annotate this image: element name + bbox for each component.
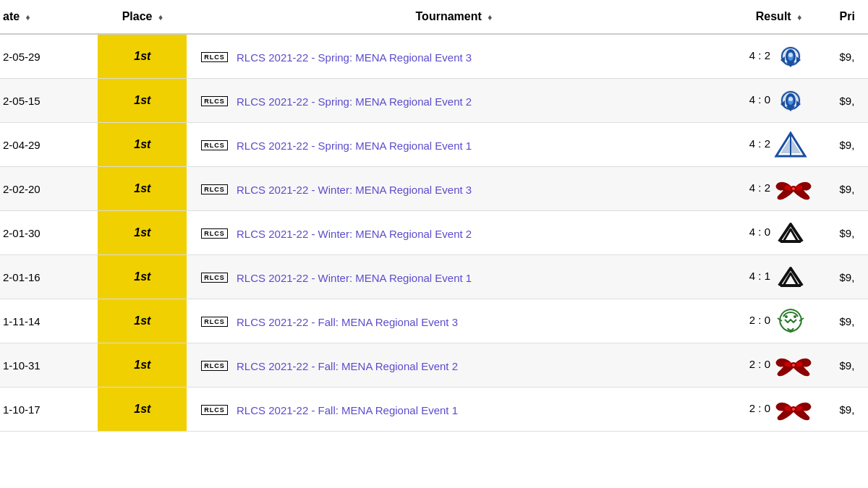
team-logo [773, 351, 808, 380]
place-cell: 1st [98, 343, 187, 388]
result-cell: 4 : 2 [721, 34, 837, 79]
svg-point-24 [785, 315, 788, 318]
tournament-cell[interactable]: RLCS RLCS 2021-22 - Winter: MENA Regiona… [187, 211, 720, 255]
tournament-cell[interactable]: RLCS RLCS 2021-22 - Spring: MENA Regiona… [187, 123, 720, 167]
place-cell: 1st [98, 388, 187, 432]
date-cell: 1-10-17 [0, 388, 98, 432]
rlcs-badge: RLCS [201, 52, 228, 62]
rlcs-badge: RLCS [201, 405, 228, 415]
team-logo [773, 262, 808, 291]
place-cell: 1st [98, 299, 187, 343]
team-logo [773, 130, 808, 159]
result-cell: 4 : 1 [721, 255, 837, 299]
place-cell: 1st [98, 79, 187, 123]
team-logo [773, 86, 808, 115]
result-cell: 2 : 0 [721, 343, 837, 388]
date-sort-icon[interactable]: ♦ [26, 12, 30, 22]
tournament-column-header[interactable]: Tournament ♦ [187, 0, 720, 34]
tournament-name[interactable]: RLCS 2021-22 - Winter: MENA Regional Eve… [237, 183, 472, 195]
results-table-container: ate ♦ Place ♦ Tournament ♦ Result ♦ Pri [0, 0, 868, 432]
place-cell: 1st [98, 34, 187, 79]
team-logo [773, 395, 808, 424]
tournament-cell[interactable]: RLCS RLCS 2021-22 - Winter: MENA Regiona… [187, 255, 720, 299]
rlcs-badge: RLCS [201, 96, 228, 106]
result-cell: 4 : 2 [721, 123, 837, 167]
result-column-header[interactable]: Result ♦ [721, 0, 837, 34]
place-column-header[interactable]: Place ♦ [98, 0, 187, 34]
date-cell: 2-04-29 [0, 123, 98, 167]
tournament-name[interactable]: RLCS 2021-22 - Fall: MENA Regional Event… [237, 359, 458, 372]
prize-cell: $9, [836, 211, 868, 255]
place-cell: 1st [98, 123, 187, 167]
place-cell: 1st [98, 255, 187, 299]
table-row: 2-05-29 1st RLCS RLCS 2021-22 - Spring: … [0, 34, 868, 79]
tournament-cell[interactable]: RLCS RLCS 2021-22 - Fall: MENA Regional … [187, 299, 720, 343]
date-cell: 1-11-14 [0, 299, 98, 343]
date-cell: 2-01-16 [0, 255, 98, 299]
team-logo [773, 174, 808, 203]
team-logo [773, 307, 808, 335]
place-sort-icon[interactable]: ♦ [158, 12, 163, 22]
rlcs-badge: RLCS [201, 317, 228, 327]
tournament-cell[interactable]: RLCS RLCS 2021-22 - Spring: MENA Regiona… [187, 79, 720, 123]
prize-cell: $9, [836, 388, 868, 432]
tournament-name[interactable]: RLCS 2021-22 - Spring: MENA Regional Eve… [237, 51, 472, 63]
place-cell: 1st [98, 167, 187, 211]
tournament-cell[interactable]: RLCS RLCS 2021-22 - Fall: MENA Regional … [187, 388, 720, 432]
svg-point-15 [788, 97, 793, 101]
rlcs-badge: RLCS [201, 273, 228, 283]
date-cell: 2-05-15 [0, 79, 98, 123]
tournament-name[interactable]: RLCS 2021-22 - Fall: MENA Regional Event… [237, 315, 458, 328]
svg-point-7 [788, 53, 793, 57]
prize-cell: $9, [836, 255, 868, 299]
svg-point-29 [792, 408, 795, 411]
rlcs-badge: RLCS [201, 361, 228, 371]
result-sort-icon[interactable]: ♦ [797, 12, 801, 22]
tournament-cell[interactable]: RLCS RLCS 2021-22 - Spring: MENA Regiona… [187, 34, 720, 79]
date-cell: 2-05-29 [0, 34, 98, 79]
tournament-cell[interactable]: RLCS RLCS 2021-22 - Winter: MENA Regiona… [187, 167, 720, 211]
rlcs-badge: RLCS [201, 228, 228, 239]
table-header-row: ate ♦ Place ♦ Tournament ♦ Result ♦ Pri [0, 0, 868, 34]
tournament-name[interactable]: RLCS 2021-22 - Winter: MENA Regional Eve… [237, 271, 472, 283]
prize-cell: $9, [836, 167, 868, 211]
table-row: 2-05-15 1st RLCS RLCS 2021-22 - Spring: … [0, 79, 868, 123]
date-cell: 2-01-30 [0, 211, 98, 255]
result-cell: 2 : 0 [721, 388, 837, 432]
tournament-cell[interactable]: RLCS RLCS 2021-22 - Fall: MENA Regional … [187, 343, 720, 388]
place-cell: 1st [98, 211, 187, 255]
date-column-header[interactable]: ate ♦ [0, 0, 98, 34]
date-cell: 1-10-31 [0, 343, 98, 388]
tournament-name[interactable]: RLCS 2021-22 - Spring: MENA Regional Eve… [237, 95, 472, 107]
svg-point-21 [792, 187, 795, 190]
team-logo [773, 218, 808, 247]
svg-point-27 [792, 364, 795, 367]
prize-cell: $9, [836, 123, 868, 167]
prize-cell: $9, [836, 299, 868, 343]
tournament-sort-icon[interactable]: ♦ [488, 12, 492, 22]
result-cell: 4 : 0 [721, 79, 837, 123]
tournament-name[interactable]: RLCS 2021-22 - Fall: MENA Regional Event… [237, 403, 458, 416]
result-cell: 2 : 0 [721, 299, 837, 343]
table-row: 2-02-20 1st RLCS RLCS 2021-22 - Winter: … [0, 167, 868, 211]
table-row: 1-11-14 1st RLCS RLCS 2021-22 - Fall: ME… [0, 299, 868, 343]
prize-cell: $9, [836, 79, 868, 123]
svg-point-25 [793, 315, 796, 318]
table-row: 1-10-31 1st RLCS RLCS 2021-22 - Fall: ME… [0, 343, 868, 388]
table-row: 2-01-30 1st RLCS RLCS 2021-22 - Winter: … [0, 211, 868, 255]
rlcs-badge: RLCS [201, 140, 228, 150]
table-row: 2-04-29 1st RLCS RLCS 2021-22 - Spring: … [0, 123, 868, 167]
prize-column-header[interactable]: Pri [836, 0, 868, 34]
tournament-name[interactable]: RLCS 2021-22 - Winter: MENA Regional Eve… [237, 227, 472, 239]
rlcs-badge: RLCS [201, 184, 228, 194]
result-cell: 4 : 2 [721, 167, 837, 211]
prize-cell: $9, [836, 343, 868, 388]
table-row: 1-10-17 1st RLCS RLCS 2021-22 - Fall: ME… [0, 388, 868, 432]
tournament-name[interactable]: RLCS 2021-22 - Spring: MENA Regional Eve… [237, 139, 472, 151]
results-table: ate ♦ Place ♦ Tournament ♦ Result ♦ Pri [0, 0, 868, 432]
prize-cell: $9, [836, 34, 868, 79]
date-cell: 2-02-20 [0, 167, 98, 211]
result-cell: 4 : 0 [721, 211, 837, 255]
team-logo [773, 42, 808, 71]
table-row: 2-01-16 1st RLCS RLCS 2021-22 - Winter: … [0, 255, 868, 299]
